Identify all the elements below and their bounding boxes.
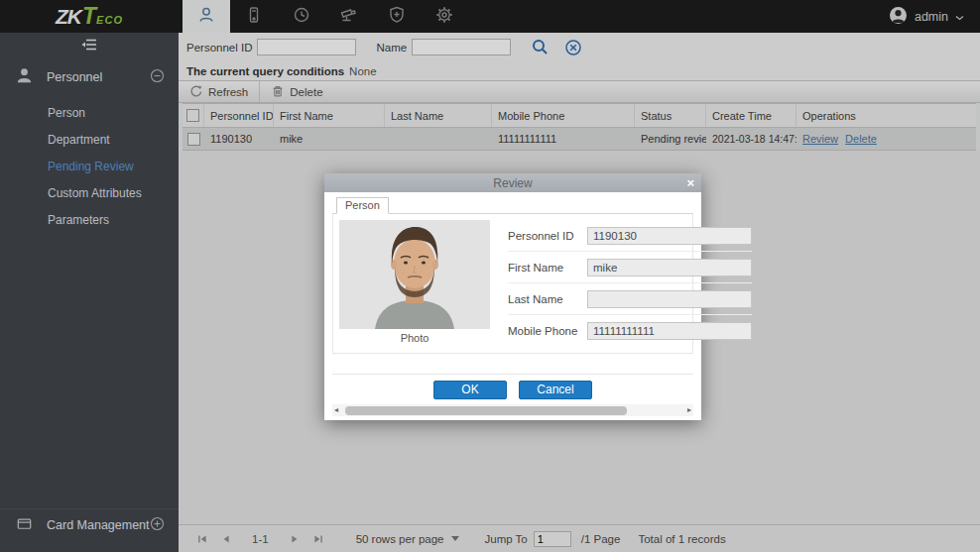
field-row: Personnel ID bbox=[508, 220, 752, 252]
field-row: Last Name bbox=[508, 283, 752, 315]
scrollbar-thumb[interactable] bbox=[345, 406, 627, 415]
photo-caption: Photo bbox=[339, 332, 490, 344]
first-name-label: First Name bbox=[508, 262, 587, 274]
dialog-title: Review bbox=[493, 176, 532, 190]
personnel-id-label: Personnel ID bbox=[508, 230, 587, 242]
mobile-phone-field[interactable] bbox=[587, 322, 752, 340]
close-icon[interactable]: × bbox=[686, 173, 694, 192]
screen: ZKTECO admin bbox=[0, 0, 980, 552]
tab-person[interactable]: Person bbox=[336, 197, 389, 214]
last-name-label: Last Name bbox=[508, 293, 587, 305]
ok-button[interactable]: OK bbox=[433, 381, 507, 399]
scroll-left-icon[interactable]: ◂ bbox=[334, 406, 338, 414]
dialog-tabs: Person bbox=[332, 198, 693, 214]
last-name-field[interactable] bbox=[587, 290, 752, 308]
person-photo bbox=[339, 220, 490, 329]
mobile-phone-label: Mobile Phone bbox=[508, 325, 587, 337]
dialog-body: Person bbox=[324, 192, 701, 420]
horizontal-scrollbar[interactable]: ◂ ▸ bbox=[332, 404, 693, 416]
field-row: First Name bbox=[508, 252, 752, 283]
first-name-field[interactable] bbox=[587, 259, 752, 276]
dialog-titlebar: Review × bbox=[324, 173, 701, 192]
dialog-buttons: OK Cancel bbox=[332, 375, 693, 404]
scroll-right-icon[interactable]: ▸ bbox=[687, 406, 691, 414]
field-row: Mobile Phone bbox=[508, 315, 752, 347]
personnel-id-field[interactable] bbox=[587, 227, 752, 245]
photo-column: Photo bbox=[339, 220, 490, 347]
dialog-spacer bbox=[332, 354, 693, 375]
person-fields: Personnel ID First Name Last Name Mobile… bbox=[508, 220, 752, 347]
cancel-button[interactable]: Cancel bbox=[519, 381, 592, 399]
review-dialog: Review × Person bbox=[324, 173, 701, 420]
person-panel: Photo Personnel ID First Name Last Name bbox=[332, 214, 693, 354]
